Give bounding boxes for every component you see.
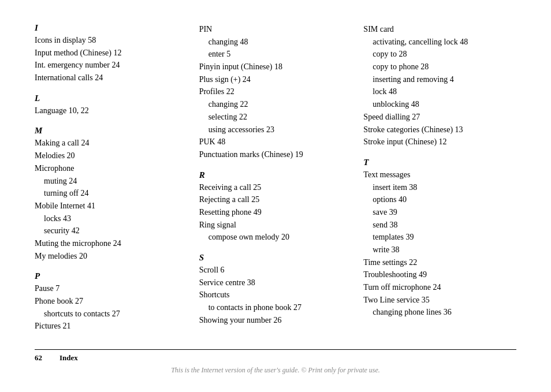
entry-2-0-2: copy to 28 [363,48,516,61]
footer: 62 Index This is the Internet version of… [35,349,516,375]
entry-0-2-9: My melodies 20 [35,250,188,263]
section-letter-0-3: P [35,271,188,281]
entry-2-1-10: Two Line service 35 [363,294,516,307]
section-letter-2-1: T [363,158,516,167]
column-2: SIM cardactivating, cancelling lock 48co… [363,23,516,333]
entry-1-0-10: Punctuation marks (Chinese) 19 [199,148,352,161]
entry-1-1-3: Ring signal [199,219,352,232]
entry-0-3-2: shortcuts to contacts 27 [35,308,188,320]
entry-2-1-8: Troubleshooting 49 [363,268,516,281]
entry-2-1-9: Turn off microphone 24 [363,281,516,294]
footer-top: 62 Index [35,349,516,363]
entry-2-1-6: write 38 [363,244,516,256]
entry-0-0-1: Input method (Chinese) 12 [35,47,188,59]
entry-0-2-1: Melodies 20 [35,150,188,162]
entry-0-3-0: Pause 7 [35,282,188,295]
entry-2-0-0: SIM card [363,23,516,36]
entry-0-2-2: Microphone [35,162,188,175]
entry-1-2-4: Showing your number 26 [199,314,352,327]
column-0: IIcons in display 58Input method (Chines… [35,23,199,333]
entry-0-3-3: Pictures 21 [35,320,188,333]
entry-2-0-9: Stroke input (Chinese) 12 [363,136,516,148]
section-letter-1-2: S [199,253,352,263]
entry-2-1-2: options 40 [363,193,516,206]
entry-0-2-8: Muting the microphone 24 [35,237,188,250]
entry-0-2-7: security 42 [35,225,188,237]
entry-1-1-4: compose own melody 20 [199,231,352,244]
entry-1-1-1: Rejecting a call 25 [199,193,352,206]
entry-1-0-8: using accessories 23 [199,124,352,136]
entry-1-0-2: enter 5 [199,48,352,61]
entry-2-1-5: templates 39 [363,231,516,244]
entry-1-2-2: Shortcuts [199,289,352,301]
entry-2-0-7: Speed dialling 27 [363,111,516,124]
entry-0-2-3: muting 24 [35,175,188,188]
entry-2-0-6: unblocking 48 [363,98,516,111]
footer-disclaimer: This is the Internet version of the user… [35,366,516,375]
entry-1-0-1: changing 48 [199,36,352,48]
entry-1-0-5: Profiles 22 [199,85,352,98]
entry-1-2-0: Scroll 6 [199,264,352,277]
section-letter-0-2: M [35,126,188,136]
entry-2-1-11: changing phone lines 36 [363,306,516,319]
content-area: IIcons in display 58Input method (Chines… [35,23,516,333]
entry-1-2-3: to contacts in phone book 27 [199,301,352,314]
entry-0-3-1: Phone book 27 [35,295,188,308]
entry-2-0-4: inserting and removing 4 [363,73,516,86]
entry-2-0-5: lock 48 [363,85,516,98]
section-letter-1-1: R [199,170,352,180]
entry-2-0-3: copy to phone 28 [363,61,516,73]
entry-1-0-3: Pinyin input (Chinese) 18 [199,61,352,73]
entry-1-1-0: Receiving a call 25 [199,181,352,194]
footer-label: Index [59,353,78,363]
entry-0-1-0: Language 10, 22 [35,104,188,117]
entry-1-1-2: Resetting phone 49 [199,206,352,219]
page: IIcons in display 58Input method (Chines… [0,0,551,392]
entry-0-2-4: turning off 24 [35,187,188,200]
entry-0-0-0: Icons in display 58 [35,34,188,47]
entry-2-1-0: Text messages [363,169,516,181]
entry-0-2-0: Making a call 24 [35,137,188,150]
entry-2-1-7: Time settings 22 [363,256,516,269]
column-1: PINchanging 48enter 5Pinyin input (Chine… [199,23,364,333]
section-letter-0-1: L [35,94,188,103]
entry-2-0-1: activating, cancelling lock 48 [363,36,516,48]
entry-2-1-4: send 38 [363,219,516,232]
entry-2-1-3: save 39 [363,206,516,219]
footer-page: 62 [35,353,42,363]
entry-1-0-0: PIN [199,23,352,36]
entry-0-0-3: International calls 24 [35,72,188,84]
entry-0-2-6: locks 43 [35,212,188,225]
entry-2-1-1: insert item 38 [363,181,516,194]
entry-1-0-9: PUK 48 [199,136,352,148]
entry-1-0-4: Plus sign (+) 24 [199,73,352,86]
entry-1-0-7: selecting 22 [199,111,352,124]
entry-1-2-1: Service centre 38 [199,277,352,289]
section-letter-0-0: I [35,23,188,33]
entry-0-2-5: Mobile Internet 41 [35,200,188,212]
entry-0-0-2: Int. emergency number 24 [35,59,188,72]
entry-1-0-6: changing 22 [199,98,352,111]
entry-2-0-8: Stroke categories (Chinese) 13 [363,124,516,136]
